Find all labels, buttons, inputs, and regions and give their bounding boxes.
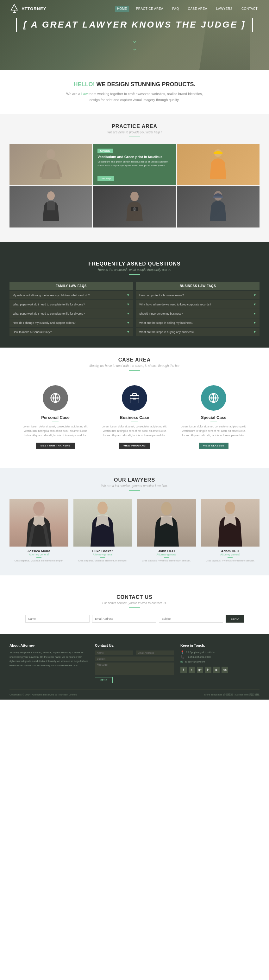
footer-message-input[interactable] [95, 662, 174, 675]
faq-item-b3-text: Should I incorporate my business? [139, 312, 183, 315]
lawyer-photo-3 [137, 499, 196, 547]
footer-contact: Contact Us. Send [95, 644, 174, 683]
footer-social-links: f t g+ in ▶ rss [180, 667, 260, 673]
logo[interactable]: ATTORNEY [9, 4, 46, 13]
practice-image-1 [9, 144, 92, 185]
faq-chevron-f5: ▼ [127, 330, 130, 334]
faq-chevron-f1: ▼ [127, 293, 130, 297]
contact-name-input[interactable] [25, 615, 90, 623]
faq-item-f4[interactable]: How do I change my custody and support o… [9, 318, 133, 327]
svg-point-26 [161, 502, 172, 515]
social-rss[interactable]: rss [222, 667, 228, 673]
faq-item-f5-text: How to make a General Diary? [13, 331, 52, 334]
contact-submit-button[interactable]: Send [226, 615, 244, 623]
faq-item-b2[interactable]: Why, how, where do we need to keep corpo… [136, 300, 260, 309]
hello-desc: We are a Law team working together to cr… [65, 91, 204, 103]
contact-section: CONTACT US For better service, you're in… [0, 575, 269, 634]
nav-home[interactable]: Home [115, 6, 129, 12]
business-case-icon-wrap [122, 385, 147, 410]
footer-email-input[interactable] [136, 651, 174, 655]
footer-keep-title: Keep in Touch. [180, 644, 260, 648]
lawyers-subtitle: We are a full service, general practice … [0, 484, 269, 488]
svg-rect-19 [133, 398, 136, 399]
special-case-title: Special Case [180, 415, 247, 420]
faq-col-business: Business Law FAQs How do I protect a bus… [136, 282, 260, 336]
lawyer-desc-2: Cras dapibus. Vivamus elementum semper. [73, 559, 132, 563]
footer-copyright: Copyrights © 2014. All Rights Reserved b… [9, 693, 77, 696]
social-youtube[interactable]: ▶ [213, 667, 220, 673]
lawyers-title: OUR LAWYERS [0, 477, 269, 483]
nav-case[interactable]: Case Area [186, 6, 209, 12]
nav-lawyers[interactable]: Lawyers [214, 6, 234, 12]
green-card-title: Vestibulum and Green print in faucibus [98, 155, 171, 159]
contact-subject-input[interactable] [159, 615, 223, 623]
nav-faq[interactable]: FAQ [170, 6, 181, 12]
faq-col2-title: Business Law FAQs [136, 282, 260, 290]
business-case-divider [131, 421, 138, 422]
practice-item-3[interactable] [177, 144, 260, 185]
faq-item-f2[interactable]: What paperwork do I need to complete to … [9, 300, 133, 309]
svg-point-7 [130, 192, 139, 201]
nav-contact[interactable]: Contact [240, 6, 260, 12]
hero-title: [ A GREAT LAWYER KNOWS THE JUDGE ] [16, 18, 253, 32]
lawyers-grid: Jessica Moira Attorney general Cras dapi… [0, 493, 269, 563]
footer-keep-phone: 📞 +1-951-734-252-0038 [180, 655, 260, 659]
faq-item-f1[interactable]: My wife is not allowing me to see my chi… [9, 291, 133, 299]
faq-item-f3-text: What paperwork do I need to complete to … [13, 312, 85, 315]
social-linkedin[interactable]: in [205, 667, 211, 673]
faq-chevron-b1: ▼ [253, 293, 256, 297]
footer-bottom: Copyrights © 2014. All Rights Reserved b… [9, 689, 260, 700]
case-divider [129, 370, 140, 371]
lawyer-photo-4 [201, 499, 260, 547]
special-case-icon-wrap [201, 385, 226, 410]
footer-subject-input[interactable] [95, 657, 174, 661]
lawyer-name-2: Luke Backer [73, 549, 132, 553]
footer-send-button[interactable]: Send [95, 677, 113, 683]
business-case-desc: Lorem ipsum dolor sit amet, consectetur … [101, 425, 168, 438]
lawyer-desc-3: Cras dapibus. Vivamus elementum semper. [137, 559, 196, 563]
lawyer-role-1: Attorney general [9, 553, 68, 556]
contact-email-input[interactable] [92, 615, 156, 623]
special-case-button[interactable]: View Classes [199, 442, 228, 449]
practice-image-5 [93, 186, 176, 228]
faq-item-b4[interactable]: What are the steps in selling my busines… [136, 318, 260, 327]
faq-title-block: FREQUENTLY ASKED QUESTIONS Here is the a… [0, 251, 269, 277]
practice-item-1[interactable] [9, 144, 92, 185]
lawyer-divider-2 [100, 557, 105, 558]
faq-item-b1[interactable]: How do I protect a business name? ▼ [136, 291, 260, 299]
green-card-button[interactable]: Get Help [98, 176, 114, 181]
faq-item-f1-text: My wife is not allowing me to see my chi… [13, 294, 90, 297]
svg-point-9 [133, 208, 136, 211]
contact-title: CONTACT US [0, 594, 269, 600]
lawyer-card-1: Jessica Moira Attorney general Cras dapi… [9, 499, 68, 563]
business-case-button[interactable]: View Program [119, 442, 150, 449]
social-googleplus[interactable]: g+ [197, 667, 203, 673]
practice-item-5[interactable] [93, 186, 176, 228]
footer-name-input[interactable] [95, 651, 133, 655]
faq-chevron-b5: ▼ [253, 330, 256, 334]
footer-about-title: About Attorney [9, 644, 89, 648]
hello-text: WE DESIGN STUNNING PRODUCTS. [97, 81, 196, 88]
faq-item-f5[interactable]: How to make a General Diary? ▼ [9, 328, 133, 336]
contact-subtitle: For better service, you're invited to co… [0, 601, 269, 605]
footer-keep: Keep in Touch. 📍 79 Spuytendyvil Hts #ph… [180, 644, 260, 683]
nav-practice[interactable]: Practice Area [134, 6, 166, 12]
practice-item-4[interactable] [9, 186, 92, 228]
faq-item-b3[interactable]: Should I incorporate my business? ▼ [136, 309, 260, 318]
practice-item-6[interactable] [177, 186, 260, 228]
hero-arrow[interactable]: ⌄⌄ [16, 37, 253, 52]
footer-keep-email: ✉ support@law.com [180, 660, 260, 663]
lawyer-name-4: Adam DEO [201, 549, 260, 553]
personal-case-button[interactable]: Meet our Trainers [36, 442, 75, 449]
social-facebook[interactable]: f [180, 667, 187, 673]
footer-phone-text: +1-951-734-252-0038 [186, 655, 211, 659]
contact-form: Send [0, 610, 269, 623]
hello-title: HELLO! WE DESIGN STUNNING PRODUCTS. [19, 81, 250, 88]
footer-contact-fields [95, 651, 174, 675]
faq-item-b5[interactable]: What are the steps in buying any busines… [136, 328, 260, 336]
practice-title-block: PRACTICE AREA We are here to provide you… [0, 114, 269, 139]
lawyer-photo-1 [9, 499, 68, 547]
faq-item-f3[interactable]: What paperwork do I need to complete to … [9, 309, 133, 318]
social-twitter[interactable]: t [188, 667, 195, 673]
case-section: CASE AREA Mostly, we have to deal with t… [0, 348, 269, 468]
